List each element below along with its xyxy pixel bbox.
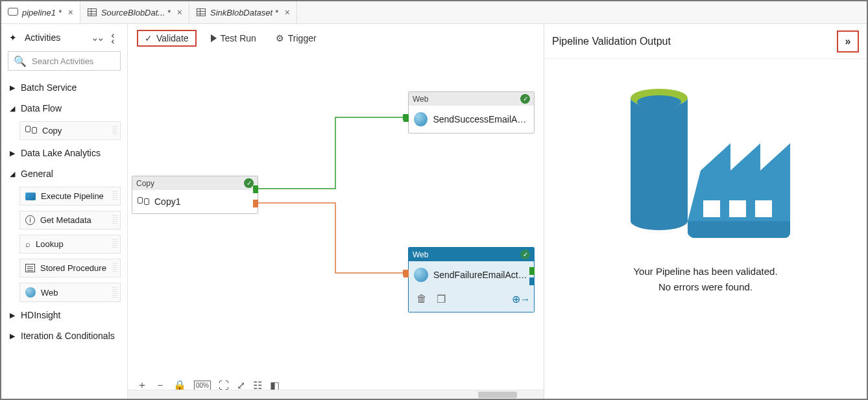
web-icon [414,268,428,282]
node-type: Web [413,250,428,259]
output-port-success[interactable] [529,267,535,275]
tab-pipeline1[interactable]: pipeline1 * × [1,1,80,23]
status-ok-icon: ✓ [520,250,530,259]
tab-sinkblob[interactable]: SinkBlobDataset * × [189,1,297,23]
output-port-completion[interactable] [529,277,535,285]
node-name: Copy1 [154,196,180,207]
validation-panel-title: Pipeline Validation Output [552,36,671,47]
input-port[interactable] [404,270,409,277]
drag-handle-icon[interactable] [112,287,117,298]
execute-pipeline-icon [25,193,36,200]
dataset-icon [87,8,97,16]
lookup-icon: ⌕ [25,239,30,249]
add-output-icon[interactable]: ⊕→ [514,292,527,305]
node-copy1[interactable]: Copy✓ Copy1 [132,176,258,214]
factory-illustration [621,85,790,247]
drag-handle-icon[interactable] [112,239,117,249]
activity-item-copy[interactable]: Copy [19,121,121,140]
search-icon: 🔍 [14,55,27,67]
validate-button[interactable]: Validate [137,30,197,47]
collapse-all-icon[interactable] [109,32,121,43]
clone-icon[interactable]: ❐ [435,292,448,305]
delete-icon[interactable]: 🗑 [415,292,428,305]
drag-handle-icon[interactable] [112,263,117,273]
activities-label: Activities [25,32,60,43]
close-icon[interactable]: × [285,8,290,17]
svg-point-1 [637,95,681,108]
activities-heading: ✦ Activities [1,28,127,47]
web-icon [25,287,36,298]
node-name: SendSuccessEmailActi.. [433,114,529,124]
test-run-button[interactable]: Test Run [206,30,261,46]
sidebar-group-data-lake[interactable]: ▶Data Lake Analytics [1,143,127,163]
drag-handle-icon[interactable] [112,215,117,225]
output-port-success[interactable] [253,185,258,193]
search-activities[interactable]: 🔍 [8,51,121,71]
validation-message: Your Pipeline has been validated. No err… [633,264,777,295]
node-send-failure-email[interactable]: Web✓ SendFailureEmailActiv.. 🗑 ❐ ⊕→ [408,247,535,312]
play-icon [211,34,217,42]
node-type: Copy [136,179,154,188]
pipeline-canvas-area: Validate Test Run Trigger Copy✓ Copy1 [128,24,544,399]
zoom-100-icon[interactable]: 00% [194,381,211,390]
activities-icon: ✦ [8,32,18,43]
drag-handle-icon[interactable] [112,126,117,135]
node-action-bar: 🗑 ❐ ⊕→ [409,288,534,312]
input-port[interactable] [404,114,409,122]
web-icon [414,112,428,126]
copy-icon [138,198,149,205]
search-input[interactable] [32,56,115,66]
editor-tabs: pipeline1 * × SourceBlobDat... * × SinkB… [1,1,867,24]
stored-proc-icon [25,264,35,272]
svg-rect-2 [703,200,720,217]
node-name: SendFailureEmailActiv.. [433,270,529,280]
activity-item-web[interactable]: Web [19,283,121,302]
dataset-icon [196,8,206,16]
horizontal-scrollbar[interactable] [128,390,544,399]
activity-item-stored-procedure[interactable]: Stored Procedure [19,259,121,277]
validation-panel: Pipeline Validation Output Your Pipeline… [544,24,867,399]
activities-sidebar: ✦ Activities 🔍 ▶Batch Service ◢Data Flow… [1,24,128,399]
pipeline-icon [8,8,18,18]
tab-title: SourceBlobDat... * [101,8,171,18]
sidebar-group-hdinsight[interactable]: ▶HDInsight [1,305,127,325]
activity-item-lookup[interactable]: ⌕Lookup [19,235,121,253]
info-icon: i [25,215,35,225]
gear-icon [276,33,284,43]
tab-title: SinkBlobDataset * [210,8,278,18]
scrollbar-thumb[interactable] [478,392,517,398]
sidebar-group-general[interactable]: ◢General [1,163,127,184]
tab-title: pipeline1 * [22,8,62,18]
sidebar-group-batch-service[interactable]: ▶Batch Service [1,77,127,98]
check-icon [145,33,152,43]
trigger-button[interactable]: Trigger [271,30,322,46]
collapse-panel-button[interactable] [837,30,859,53]
tab-sourceblob[interactable]: SourceBlobDat... * × [80,1,189,23]
activity-item-execute-pipeline[interactable]: Execute Pipeline [19,187,121,206]
close-icon[interactable]: × [68,8,73,17]
node-send-success-email[interactable]: Web✓ SendSuccessEmailActi.. [408,91,535,134]
copy-icon [25,126,37,135]
node-type: Web [413,95,428,104]
activity-item-get-metadata[interactable]: iGet Metadata [19,211,121,229]
sidebar-group-data-flow[interactable]: ◢Data Flow [1,98,127,119]
pipeline-canvas[interactable]: Copy✓ Copy1 Web✓ SendSuccessEmailActi.. … [128,53,544,399]
status-ok-icon: ✓ [244,178,254,188]
svg-rect-4 [755,200,772,217]
expand-all-icon[interactable] [91,32,102,43]
canvas-toolbar: Validate Test Run Trigger [128,24,544,53]
drag-handle-icon[interactable] [112,191,117,201]
svg-rect-3 [729,200,746,217]
output-port-failure[interactable] [253,200,258,207]
sidebar-group-iteration[interactable]: ▶Iteration & Conditionals [1,325,127,346]
status-ok-icon: ✓ [520,94,530,104]
close-icon[interactable]: × [177,8,182,17]
